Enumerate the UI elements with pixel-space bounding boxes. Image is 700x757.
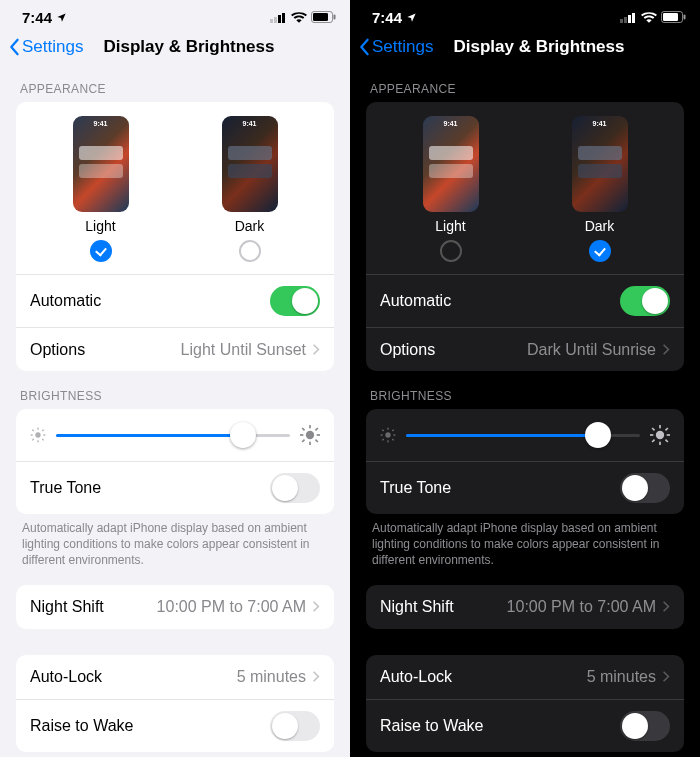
status-bar: 7:44	[0, 0, 350, 30]
dark-radio[interactable]	[239, 240, 261, 262]
battery-icon	[661, 11, 686, 23]
svg-rect-43	[659, 442, 661, 445]
automatic-row: Automatic	[366, 274, 684, 327]
sun-small-icon	[30, 427, 46, 443]
wifi-icon	[641, 12, 657, 23]
sun-small-icon	[380, 427, 396, 443]
truetone-toggle[interactable]	[620, 473, 670, 503]
appearance-header: Appearance	[20, 82, 330, 96]
brightness-slider[interactable]	[56, 421, 290, 449]
chevron-right-icon	[662, 343, 670, 356]
chevron-right-icon	[312, 343, 320, 356]
svg-rect-18	[309, 442, 311, 445]
dark-thumbnail: 9:41	[572, 116, 628, 212]
svg-rect-38	[392, 438, 394, 440]
svg-rect-30	[663, 13, 678, 21]
options-row[interactable]: Options Dark Until Sunrise	[366, 327, 684, 371]
truetone-toggle[interactable]	[270, 473, 320, 503]
svg-point-7	[35, 432, 40, 437]
svg-rect-49	[652, 439, 656, 443]
chevron-right-icon	[312, 600, 320, 613]
appearance-option-light[interactable]: 9:41 Light	[423, 116, 479, 262]
back-label: Settings	[22, 37, 83, 57]
svg-rect-11	[43, 434, 45, 435]
truetone-row: True Tone	[366, 461, 684, 514]
back-button[interactable]: Settings	[358, 37, 433, 57]
svg-rect-47	[665, 439, 669, 443]
svg-rect-25	[620, 19, 623, 23]
truetone-row: True Tone	[16, 461, 334, 514]
svg-rect-23	[315, 427, 319, 431]
light-radio[interactable]	[440, 240, 462, 262]
svg-rect-42	[659, 425, 661, 428]
autolock-card: Auto-Lock 5 minutes Raise to Wake	[16, 655, 334, 752]
sun-large-icon	[650, 425, 670, 445]
nightshift-row[interactable]: Night Shift 10:00 PM to 7:00 AM	[366, 585, 684, 629]
svg-rect-21	[302, 427, 306, 431]
dark-radio[interactable]	[589, 240, 611, 262]
svg-rect-13	[42, 438, 44, 440]
svg-rect-46	[652, 427, 656, 431]
svg-rect-15	[32, 438, 34, 440]
svg-rect-24	[302, 439, 306, 443]
options-row[interactable]: Options Light Until Sunset	[16, 327, 334, 371]
svg-rect-40	[382, 438, 384, 440]
svg-rect-36	[393, 434, 395, 435]
truetone-footer: Automatically adapt iPhone display based…	[16, 514, 334, 569]
chevron-right-icon	[662, 600, 670, 613]
automatic-toggle[interactable]	[620, 286, 670, 316]
battery-icon	[311, 11, 336, 23]
location-icon	[406, 12, 417, 23]
svg-rect-37	[382, 429, 384, 431]
chevron-left-icon	[358, 38, 370, 56]
svg-rect-31	[684, 15, 686, 20]
back-button[interactable]: Settings	[8, 37, 83, 57]
nav-bar: Settings Display & Brightness	[0, 30, 350, 64]
wifi-icon	[291, 12, 307, 23]
svg-rect-14	[42, 429, 44, 431]
autolock-row[interactable]: Auto-Lock 5 minutes	[16, 655, 334, 699]
svg-rect-8	[37, 428, 38, 430]
raise-row: Raise to Wake	[16, 699, 334, 752]
chevron-left-icon	[8, 38, 20, 56]
appearance-option-dark[interactable]: 9:41 Dark	[222, 116, 278, 262]
appearance-card: 9:41 Light 9:41 Dark Automatic	[366, 102, 684, 371]
brightness-card: True Tone	[366, 409, 684, 514]
brightness-slider[interactable]	[406, 421, 640, 449]
svg-rect-12	[32, 429, 34, 431]
brightness-header: Brightness	[20, 389, 330, 403]
svg-rect-19	[300, 434, 303, 436]
brightness-card: True Tone	[16, 409, 334, 514]
appearance-option-light[interactable]: 9:41 Light	[73, 116, 129, 262]
svg-rect-17	[309, 425, 311, 428]
page-title: Display & Brightness	[103, 37, 274, 57]
settings-pane-dark: 7:44 Settings Display & Brightness Appea…	[350, 0, 700, 757]
autolock-row[interactable]: Auto-Lock 5 minutes	[366, 655, 684, 699]
raise-toggle[interactable]	[270, 711, 320, 741]
nightshift-row[interactable]: Night Shift 10:00 PM to 7:00 AM	[16, 585, 334, 629]
status-bar: 7:44	[350, 0, 700, 30]
svg-rect-1	[274, 17, 277, 23]
chevron-right-icon	[662, 670, 670, 683]
appearance-header: Appearance	[370, 82, 680, 96]
settings-pane-light: 7:44 Settings Display & Brightness Appea…	[0, 0, 350, 757]
svg-rect-35	[381, 434, 383, 435]
appearance-option-dark[interactable]: 9:41 Dark	[572, 116, 628, 262]
svg-rect-20	[317, 434, 320, 436]
svg-rect-3	[282, 13, 285, 23]
svg-rect-44	[650, 434, 653, 436]
svg-rect-34	[387, 440, 388, 442]
brightness-header: Brightness	[370, 389, 680, 403]
raise-toggle[interactable]	[620, 711, 670, 741]
automatic-toggle[interactable]	[270, 286, 320, 316]
autolock-card: Auto-Lock 5 minutes Raise to Wake	[366, 655, 684, 752]
raise-row: Raise to Wake	[366, 699, 684, 752]
light-thumbnail: 9:41	[73, 116, 129, 212]
svg-rect-48	[665, 427, 669, 431]
nav-bar: Settings Display & Brightness	[350, 30, 700, 64]
page-title: Display & Brightness	[453, 37, 624, 57]
svg-rect-10	[31, 434, 33, 435]
light-radio[interactable]	[90, 240, 112, 262]
cellular-icon	[620, 12, 637, 23]
svg-rect-5	[313, 13, 328, 21]
